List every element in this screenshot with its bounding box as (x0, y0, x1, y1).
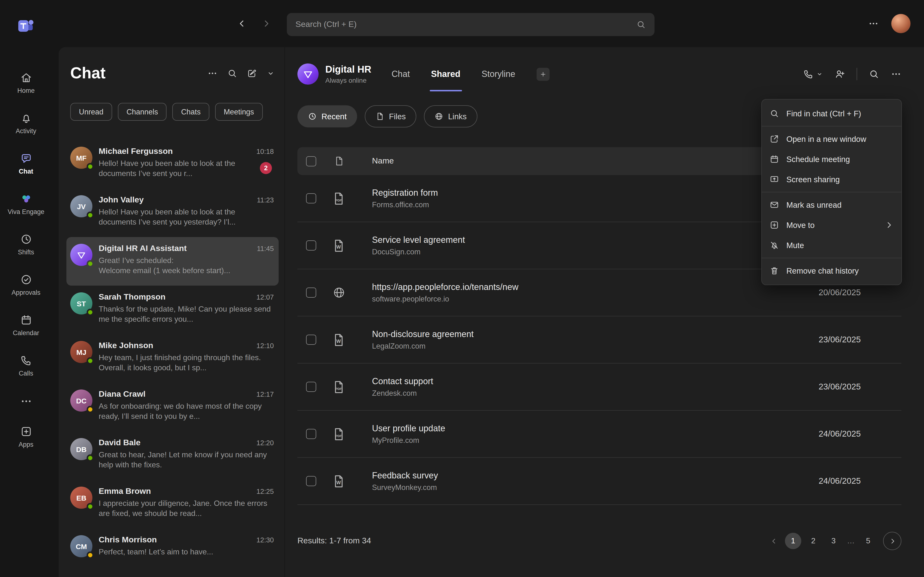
segment-recent[interactable]: Recent (297, 105, 357, 127)
segment-files[interactable]: Files (365, 105, 417, 127)
add-tab-button[interactable] (536, 68, 549, 81)
rail-item-calendar[interactable]: Calendar (0, 305, 52, 345)
file-name: Non-disclosure agreement (372, 329, 819, 339)
conversation-preview: Perfect, team! Let’s aim to have... (99, 547, 274, 557)
open-new-icon (769, 134, 779, 144)
conversation-item[interactable]: DB David Bale 12:20 Great to hear, Jane!… (66, 431, 279, 480)
menu-item-remove-chat-history[interactable]: Remove chat history (762, 261, 901, 281)
file-row[interactable]: PDF Contact support Zendesk.com 23/06/20… (297, 364, 901, 411)
global-search[interactable] (287, 13, 654, 36)
presence-indicator (87, 503, 94, 510)
menu-item-schedule-meeting[interactable]: Schedule meeting (762, 149, 901, 169)
menu-item-label: Mute (787, 241, 804, 250)
file-type-column-icon (331, 156, 347, 166)
conversation-item[interactable]: ST Sarah Thompson 12:07 Thanks for the u… (66, 285, 279, 334)
conversation-item[interactable]: JV John Valley 11:23 Hello! Have you bee… (66, 189, 279, 237)
filter-chip-chats[interactable]: Chats (173, 103, 209, 121)
select-all-checkbox[interactable] (306, 156, 316, 166)
menu-item-mute[interactable]: Mute (762, 235, 901, 255)
conversation-item[interactable]: CM Chris Morrison 12:30 Perfect, team! L… (66, 529, 279, 577)
chat-list-panel: Chat UnreadChannelsChatsMeetings MF Mich… (59, 47, 285, 577)
rail-item-home[interactable]: Home (0, 63, 52, 103)
conversation-name: David Bale (99, 438, 141, 448)
rail-item-apps[interactable]: Apps (0, 416, 52, 457)
conversation-item[interactable]: DC Diana Crawl 12:17 As for onboarding: … (66, 383, 279, 431)
menu-item-screen-sharing[interactable]: Screen sharing (762, 169, 901, 189)
filter-chip-channels[interactable]: Channels (118, 103, 167, 121)
menu-item-label: Move to (787, 221, 814, 230)
new-chat-button[interactable] (247, 68, 257, 78)
filter-chip-unread[interactable]: Unread (70, 103, 112, 121)
rail-item-calls[interactable]: Calls (0, 345, 52, 386)
file-name: Registration form (372, 188, 819, 198)
pagination-page-5[interactable]: 5 (860, 533, 876, 549)
conversation-time: 12:10 (252, 342, 274, 350)
tab-storyline[interactable]: Storyline (481, 47, 515, 101)
file-row[interactable]: PDF User profile update MyProfile.com 24… (297, 411, 901, 458)
rail-item-viva-engage[interactable]: Viva Engage (0, 184, 52, 224)
tab-chat[interactable]: Chat (391, 47, 410, 101)
conversation-name: Sarah Thompson (99, 292, 166, 302)
rail-item-activity[interactable]: Activity (0, 103, 52, 143)
conversation-item[interactable]: Digital HR AI Assistant 11:45 Great! I’v… (66, 237, 279, 285)
chat-list-more-button[interactable] (207, 68, 218, 78)
teams-logo[interactable] (16, 16, 36, 35)
rail-item-more[interactable] (0, 386, 52, 416)
file-row[interactable]: W Feedback survey SurveyMonkey.com 24/06… (297, 458, 901, 505)
menu-item-find-in-chat-ctrl-f[interactable]: Find in chat (Ctrl + F) (762, 103, 901, 124)
titlebar-more-button[interactable] (868, 18, 879, 29)
filter-chip-meetings[interactable]: Meetings (215, 103, 263, 121)
file-row[interactable]: W Non-disclosure agreement LegalZoom.com… (297, 316, 901, 364)
pagination-next-button[interactable] (883, 532, 901, 550)
conversation-item[interactable]: MF Michael Fergusson 10:18 Hello! Have y… (66, 140, 279, 189)
menu-item-mark-as-unread[interactable]: Mark as unread (762, 195, 901, 215)
row-checkbox[interactable] (306, 429, 316, 439)
chat-list-header: Chat (66, 61, 279, 85)
search-input[interactable] (296, 20, 636, 29)
row-checkbox[interactable] (306, 287, 316, 298)
row-checkbox[interactable] (306, 382, 316, 392)
conversation-item[interactable]: MJ Mike Johnson 12:10 Hey team, I just f… (66, 334, 279, 383)
word-file-icon: W (331, 238, 347, 253)
back-button[interactable] (237, 18, 247, 29)
row-checkbox[interactable] (306, 335, 316, 345)
user-avatar[interactable] (891, 14, 911, 33)
pagination-prev-button[interactable] (767, 533, 781, 549)
titlebar-actions (868, 0, 911, 47)
conversation-item[interactable]: EB Emma Brown 12:25 I appreciate your di… (66, 480, 279, 529)
rail-item-approvals[interactable]: Approvals (0, 264, 52, 305)
rail-item-shifts[interactable]: Shifts (0, 224, 52, 264)
search-icon (636, 20, 646, 29)
add-people-button[interactable] (835, 69, 845, 79)
pagination-page-1[interactable]: 1 (785, 533, 801, 549)
chat-list-search-button[interactable] (227, 68, 237, 78)
trash-icon (769, 266, 779, 276)
pagination-page-2[interactable]: 2 (805, 533, 822, 549)
call-icon (803, 69, 814, 79)
chat-list-dropdown-button[interactable] (267, 69, 275, 77)
chat-list-actions (207, 68, 275, 78)
tab-shared[interactable]: Shared (431, 47, 460, 101)
table-footer: Results: 1-7 from 34 123…5 (297, 505, 901, 577)
menu-item-label: Find in chat (Ctrl + F) (787, 109, 861, 118)
pagination-page-3[interactable]: 3 (825, 533, 842, 549)
conversation-list: MF Michael Fergusson 10:18 Hello! Have y… (66, 140, 279, 577)
svg-text:PDF: PDF (336, 434, 342, 438)
menu-item-open-in-a-new-window[interactable]: Open in a new window (762, 129, 901, 149)
call-button[interactable] (803, 69, 823, 79)
row-checkbox[interactable] (306, 476, 316, 486)
row-checkbox[interactable] (306, 193, 316, 203)
conversation-more-button[interactable] (891, 69, 901, 79)
svg-text:PDF: PDF (336, 387, 342, 390)
file-source: LegalZoom.com (372, 342, 819, 350)
chevron-right-icon (884, 220, 894, 230)
rail-item-chat[interactable]: Chat (0, 143, 52, 184)
file-date: 24/06/2025 (819, 429, 901, 439)
segment-links[interactable]: Links (424, 105, 477, 127)
row-checkbox[interactable] (306, 240, 316, 250)
pdf-file-icon: PDF (331, 191, 347, 206)
rail-item-label: Calendar (13, 329, 39, 336)
forward-button[interactable] (261, 18, 271, 29)
conversation-search-button[interactable] (869, 69, 879, 79)
menu-item-move-to[interactable]: Move to (762, 215, 901, 235)
